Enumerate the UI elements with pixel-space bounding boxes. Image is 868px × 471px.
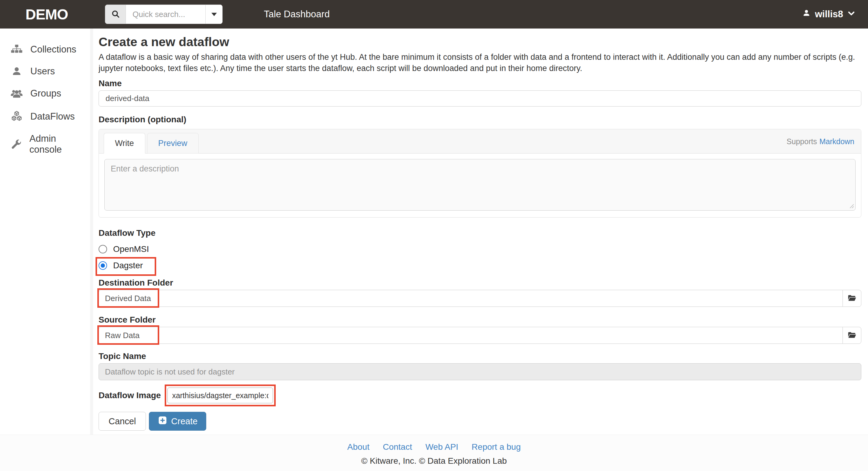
app-logo[interactable]: DEMO [26,6,68,23]
description-panel: Write Preview Supports Markdown [99,129,861,217]
page-footer: About Contact Web API Report a bug © Kit… [0,435,868,471]
intro-text: A dataflow is a basic way of sharing dat… [99,52,861,74]
create-button[interactable]: Create [149,412,206,431]
openmsi-radio-label[interactable]: OpenMSI [113,244,149,254]
destination-folder-input[interactable] [99,290,842,307]
description-tab-header: Write Preview Supports Markdown [99,129,861,153]
top-navbar: DEMO Tale Dashboard willis8 [0,0,868,29]
copyright-text: © Kitware, Inc. © Data Exploration Lab [361,456,507,466]
description-tab-body [99,153,861,217]
markdown-link[interactable]: Markdown [819,137,854,146]
tab-write[interactable]: Write [104,133,145,153]
openmsi-radio[interactable] [99,245,107,254]
source-folder-label: Source Folder [99,315,861,324]
dataflow-type-label: Dataflow Type [99,229,861,238]
topic-name-label: Topic Name [99,352,861,361]
search-input[interactable] [126,5,205,24]
destination-folder-browse-button[interactable] [842,290,861,307]
dataflow-image-row: Dataflow Image [99,387,861,403]
radio-row-dagster: Dagster [99,261,861,270]
page-title: Create a new dataflow [99,35,861,49]
dagster-radio-wrap: Dagster [99,261,143,270]
footer-link-webapi[interactable]: Web API [426,442,458,452]
users-icon [10,87,24,100]
sidebar-item-groups[interactable]: Groups [0,82,90,105]
user-icon [10,66,24,77]
sidebar-item-label: Users [30,66,55,77]
cubes-icon [10,110,24,123]
sidebar-item-admin-console[interactable]: Admin console [0,128,90,160]
search-icon [111,9,120,20]
supports-text: Supports [787,137,817,146]
footer-link-about[interactable]: About [347,442,369,452]
footer-links: About Contact Web API Report a bug [347,442,521,452]
dagster-radio-label[interactable]: Dagster [113,261,143,270]
tab-preview[interactable]: Preview [147,133,199,153]
source-folder-browse-button[interactable] [842,327,861,344]
quick-search-group [105,5,223,24]
name-input[interactable] [99,90,861,107]
body-row: Collections Users [0,29,868,435]
sidebar-item-collections[interactable]: Collections [0,38,90,61]
chevron-down-icon [847,9,855,20]
search-dropdown-button[interactable] [205,5,222,24]
main-content: Create a new dataflow A dataflow is a ba… [90,29,868,435]
caret-down-icon [211,13,217,16]
dataflow-image-wrap [167,387,273,403]
folder-open-icon [847,293,857,303]
description-label: Description (optional) [99,115,861,124]
sidebar-item-label: DataFlows [30,111,74,122]
sidebar-item-label: Admin console [29,133,87,155]
search-button[interactable] [105,5,126,24]
dagster-radio[interactable] [99,261,107,270]
user-menu[interactable]: willis8 [802,9,855,20]
wrench-icon [10,138,23,150]
footer-link-contact[interactable]: Contact [383,442,412,452]
create-button-label: Create [171,416,197,426]
dataflow-image-label: Dataflow Image [99,391,161,400]
footer-link-report-bug[interactable]: Report a bug [472,442,521,452]
supports-markdown: Supports Markdown [787,129,854,153]
sidebar: Collections Users [0,29,90,435]
topic-name-input [99,363,861,380]
radio-row-openmsi: OpenMSI [99,244,861,254]
dataflow-image-input[interactable] [167,387,273,403]
user-icon [802,9,811,20]
destination-folder-label: Destination Folder [99,278,861,287]
sidebar-item-label: Collections [30,44,76,55]
dashboard-title[interactable]: Tale Dashboard [264,9,330,20]
sidebar-item-dataflows[interactable]: DataFlows [0,105,90,128]
cancel-button[interactable]: Cancel [99,412,146,431]
source-folder-input[interactable] [99,327,842,344]
sidebar-item-users[interactable]: Users [0,61,90,82]
form-actions: Cancel Create [99,412,861,431]
destination-folder-group [99,290,861,307]
source-folder-group [99,327,861,344]
name-label: Name [99,79,861,88]
description-textarea[interactable] [104,159,856,211]
username: willis8 [815,9,843,20]
folder-open-icon [847,330,857,341]
sidebar-item-label: Groups [30,88,61,99]
plus-square-icon [158,415,167,427]
sitemap-icon [10,43,24,56]
